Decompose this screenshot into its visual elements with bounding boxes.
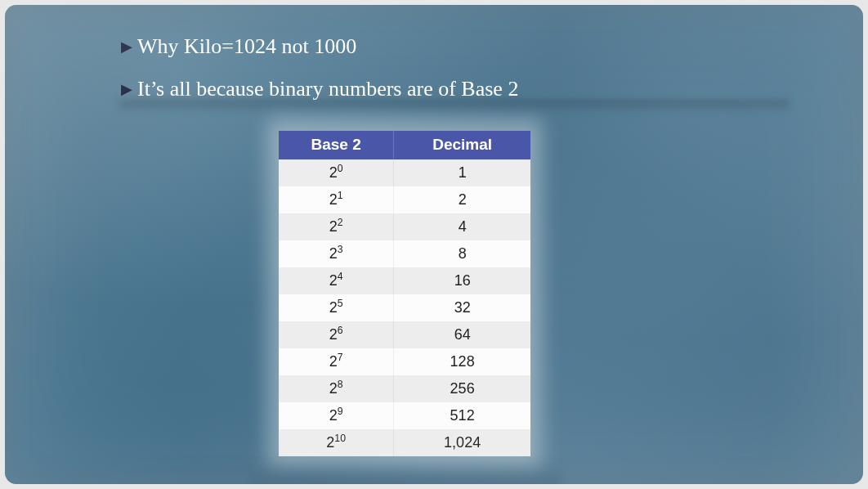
cell-base2: 27 <box>279 348 394 375</box>
triangle-right-icon: ▶ <box>121 38 132 56</box>
blur-edge <box>250 464 561 484</box>
header-base2: Base 2 <box>279 131 394 159</box>
table-row: 238 <box>279 240 530 267</box>
table-row: 201 <box>279 159 530 186</box>
cell-decimal: 128 <box>394 348 530 375</box>
cell-base2: 23 <box>279 240 394 267</box>
cell-decimal: 32 <box>394 294 530 321</box>
cell-decimal: 512 <box>394 402 530 429</box>
header-decimal: Decimal <box>394 131 530 159</box>
cell-decimal: 8 <box>394 240 530 267</box>
table-body: 2012122242382416253226642712828256295122… <box>279 159 530 456</box>
bullet-1: ▶ Why Kilo=1024 not 1000 <box>121 33 863 61</box>
cell-base2: 29 <box>279 402 394 429</box>
table-header-row: Base 2 Decimal <box>279 131 530 159</box>
table-row: 2416 <box>279 267 530 294</box>
cell-base2: 26 <box>279 321 394 348</box>
slide: ▶ Why Kilo=1024 not 1000 ▶ It’s all beca… <box>5 5 863 484</box>
cell-decimal: 4 <box>394 213 530 240</box>
table-row: 212 <box>279 186 530 213</box>
cell-base2: 210 <box>279 429 394 456</box>
cell-decimal: 1 <box>394 159 530 186</box>
table-row: 29512 <box>279 402 530 429</box>
cell-base2: 20 <box>279 159 394 186</box>
cell-decimal: 256 <box>394 375 530 402</box>
table-row: 2532 <box>279 294 530 321</box>
cell-base2: 22 <box>279 213 394 240</box>
triangle-right-icon: ▶ <box>121 80 132 99</box>
table-row: 224 <box>279 213 530 240</box>
cell-base2: 28 <box>279 375 394 402</box>
powers-table: Base 2 Decimal 2012122242382416253226642… <box>279 131 530 456</box>
cell-base2: 24 <box>279 267 394 294</box>
bullet-2-text: It’s all because binary numbers are of B… <box>137 75 518 103</box>
powers-table-container: Base 2 Decimal 2012122242382416253226642… <box>279 131 530 456</box>
cell-decimal: 16 <box>394 267 530 294</box>
cell-decimal: 1,024 <box>394 429 530 456</box>
cell-decimal: 64 <box>394 321 530 348</box>
table-row: 2664 <box>279 321 530 348</box>
cell-base2: 21 <box>279 186 394 213</box>
cell-base2: 25 <box>279 294 394 321</box>
table-row: 2101,024 <box>279 429 530 456</box>
cell-decimal: 2 <box>394 186 530 213</box>
bullet-1-text: Why Kilo=1024 not 1000 <box>137 33 356 61</box>
table-row: 28256 <box>279 375 530 402</box>
table-row: 27128 <box>279 348 530 375</box>
bullet-2: ▶ It’s all because binary numbers are of… <box>121 75 863 103</box>
